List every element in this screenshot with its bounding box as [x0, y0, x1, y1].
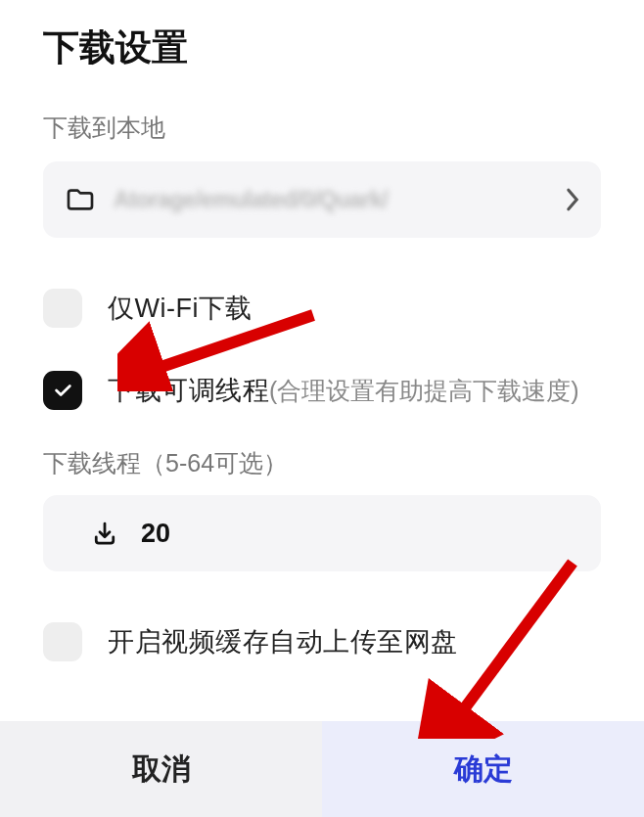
auto-upload-checkbox[interactable]: [43, 622, 82, 661]
adjustable-threads-hint: (合理设置有助提高下载速度): [269, 377, 579, 404]
wifi-only-label: 仅Wi-Fi下载: [108, 291, 253, 326]
download-to-label: 下载到本地: [43, 112, 601, 144]
auto-upload-row[interactable]: 开启视频缓存自动上传至网盘: [43, 622, 601, 661]
wifi-only-row[interactable]: 仅Wi-Fi下载: [43, 289, 601, 328]
threads-value-row[interactable]: 20: [43, 495, 601, 571]
page-title: 下载设置: [43, 23, 601, 72]
download-path-row[interactable]: Atorage/emulated/0/Quark/: [43, 161, 601, 238]
cancel-button[interactable]: 取消: [0, 721, 322, 817]
wifi-only-checkbox[interactable]: [43, 289, 82, 328]
threads-value: 20: [141, 519, 170, 549]
folder-icon: [65, 184, 96, 215]
download-path-text: Atorage/emulated/0/Quark/: [114, 187, 548, 213]
adjustable-threads-checkbox[interactable]: [43, 371, 82, 410]
adjustable-threads-label: 下载可调线程: [108, 376, 269, 405]
adjustable-threads-row[interactable]: 下载可调线程(合理设置有助提高下载速度): [43, 371, 601, 410]
auto-upload-label: 开启视频缓存自动上传至网盘: [108, 624, 458, 659]
footer-buttons: 取消 确定: [0, 721, 644, 817]
threads-label: 下载线程（5-64可选）: [43, 447, 601, 479]
chevron-right-icon: [566, 187, 579, 212]
ok-button[interactable]: 确定: [322, 721, 644, 817]
download-icon: [90, 519, 119, 548]
